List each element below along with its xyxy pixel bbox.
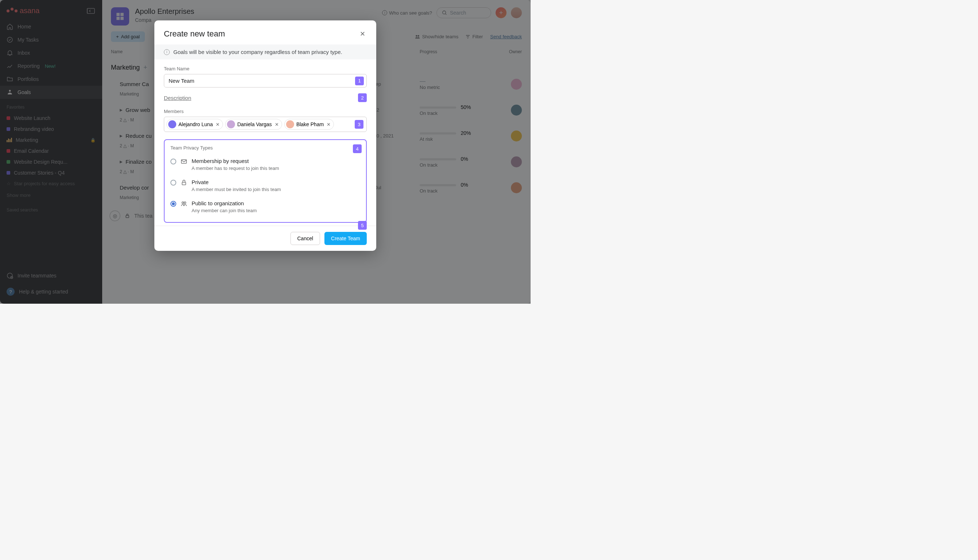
member-avatar <box>168 120 176 128</box>
annotation-badge-1: 1 <box>355 77 364 85</box>
radio-button[interactable] <box>171 180 176 185</box>
radio-button[interactable] <box>171 158 176 165</box>
svg-rect-10 <box>182 182 186 185</box>
privacy-option[interactable]: Private A member must be invited to join… <box>171 176 360 197</box>
annotation-badge-4: 4 <box>353 144 362 153</box>
lock-icon <box>181 179 187 186</box>
member-avatar <box>227 120 235 128</box>
member-chip: Blake Pham✕ <box>284 119 334 130</box>
create-team-modal: Create new team ✕ i Goals will be visibl… <box>154 20 376 251</box>
svg-point-11 <box>182 202 184 204</box>
annotation-badge-3: 3 <box>355 120 363 129</box>
svg-point-12 <box>184 202 186 204</box>
info-icon: i <box>164 49 170 55</box>
close-modal-button[interactable]: ✕ <box>358 28 367 39</box>
member-chip: Daniela Vargas✕ <box>225 119 282 130</box>
team-name-input[interactable] <box>164 74 367 88</box>
annotation-badge-2: 2 <box>358 93 367 102</box>
cancel-button[interactable]: Cancel <box>291 232 320 245</box>
create-team-button[interactable]: Create Team <box>324 232 367 245</box>
privacy-option[interactable]: Membership by request A member has to re… <box>171 155 360 176</box>
envelope-icon <box>181 158 187 165</box>
modal-title: Create new team <box>164 29 225 38</box>
annotation-badge-5: 5 <box>358 221 367 230</box>
svg-rect-9 <box>181 160 186 163</box>
remove-member-button[interactable]: ✕ <box>327 122 331 127</box>
members-input[interactable]: Alejandro Luna✕Daniela Vargas✕Blake Pham… <box>164 117 367 132</box>
people-icon <box>181 200 187 207</box>
remove-member-button[interactable]: ✕ <box>275 122 279 127</box>
info-banner: i Goals will be visible to your company … <box>154 45 376 60</box>
modal-overlay: Create new team ✕ i Goals will be visibl… <box>0 0 531 304</box>
privacy-option[interactable]: Public to organization Any member can jo… <box>171 197 360 218</box>
team-name-label: Team Name <box>164 66 367 72</box>
privacy-title: Team Privacy Types <box>171 145 360 150</box>
modal-footer: 5 Cancel Create Team <box>154 226 376 251</box>
member-chip: Alejandro Luna✕ <box>166 119 223 130</box>
radio-button[interactable] <box>171 201 176 207</box>
description-link[interactable]: Description <box>164 95 191 101</box>
privacy-types-section: Team Privacy Types 4 Membership by reque… <box>164 139 367 223</box>
members-label: Members <box>164 108 367 114</box>
member-avatar <box>286 120 294 128</box>
remove-member-button[interactable]: ✕ <box>216 122 220 127</box>
